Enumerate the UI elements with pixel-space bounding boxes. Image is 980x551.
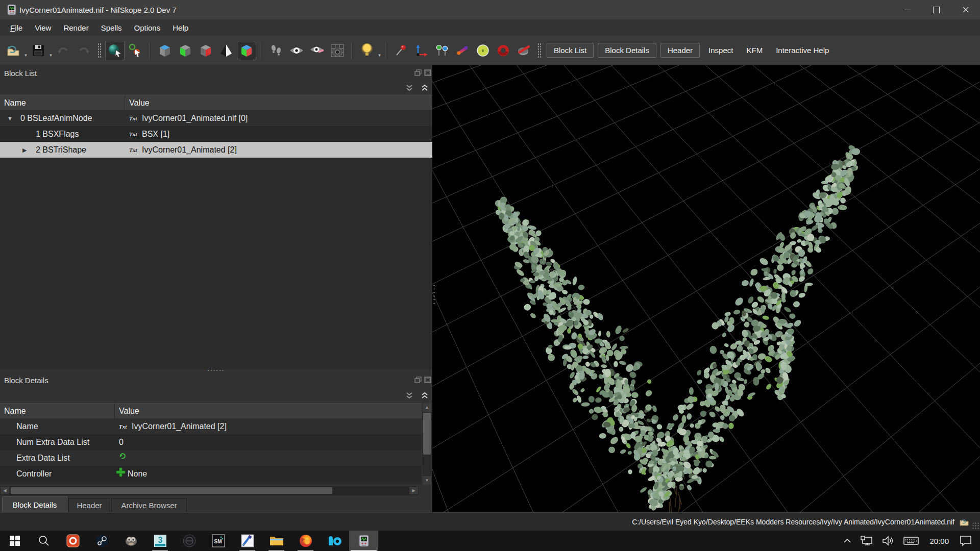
taskbar-icon-orange-o[interactable] bbox=[58, 531, 87, 551]
file-folder-icon[interactable] bbox=[960, 518, 969, 526]
array-refresh-icon[interactable] bbox=[119, 452, 126, 461]
lighting-dropdown-icon[interactable]: ▼ bbox=[377, 41, 382, 60]
table-row[interactable]: ▼ 0 BSLeafAnimNode Txt IvyCorner01_Anima… bbox=[0, 110, 432, 126]
redo-icon[interactable] bbox=[74, 41, 93, 60]
tab-header[interactable]: Header bbox=[68, 498, 110, 512]
taskbar-icon-firefox[interactable] bbox=[291, 531, 320, 551]
wireframe-cube-icon[interactable] bbox=[155, 41, 175, 60]
maximize-button[interactable] bbox=[922, 0, 951, 19]
viewport-splitter-handle[interactable] bbox=[433, 284, 436, 306]
menu-view[interactable]: View bbox=[29, 21, 57, 35]
expand-expander-icon[interactable]: ▶ bbox=[22, 146, 27, 153]
save-dropdown-icon[interactable]: ▼ bbox=[48, 41, 53, 60]
select-pin-icon[interactable] bbox=[391, 41, 411, 60]
menu-options[interactable]: Options bbox=[128, 21, 167, 35]
menu-file[interactable]: File bbox=[4, 21, 29, 35]
table-row[interactable]: Controller None bbox=[0, 466, 422, 482]
column-header-value[interactable]: Value bbox=[115, 404, 432, 419]
taskbar-icon-nifskope[interactable] bbox=[349, 531, 378, 551]
open-dropdown-icon[interactable]: ▼ bbox=[23, 41, 28, 60]
table-row-selected[interactable]: ▶ 2 BSTriShape Txt IvyCorner01_Animated … bbox=[0, 142, 432, 158]
block-details-toggle-button[interactable]: Block Details bbox=[598, 43, 656, 58]
clear-eraser-icon[interactable] bbox=[514, 41, 533, 60]
scroll-right-icon[interactable]: ▶ bbox=[409, 487, 418, 494]
tray-network-icon[interactable] bbox=[856, 531, 877, 551]
table-row[interactable]: 1 BSXFlags Txt BSX [1] bbox=[0, 126, 432, 142]
interactive-help-button[interactable]: Interactive Help bbox=[770, 43, 835, 57]
minimize-button[interactable] bbox=[893, 0, 922, 19]
block-details-collapse-all-icon[interactable] bbox=[405, 392, 414, 399]
tray-keyboard-icon[interactable] bbox=[899, 531, 923, 551]
toolbar-grip[interactable] bbox=[537, 43, 541, 58]
taskbar-icon-sm[interactable]: SM bbox=[204, 531, 233, 551]
table-row[interactable]: Extra Data List bbox=[0, 450, 422, 466]
menu-help[interactable]: Help bbox=[166, 21, 194, 35]
tray-chevron-up-icon[interactable] bbox=[839, 531, 856, 551]
titlebar[interactable]: IvyCorner01Animated.nif - NifSkope 2.0 D… bbox=[0, 0, 980, 19]
column-header-name[interactable]: Name bbox=[0, 404, 115, 419]
block-details-close-icon[interactable] bbox=[424, 376, 431, 383]
scrollbar-thumb[interactable] bbox=[423, 413, 431, 455]
taskbar-icon-gimp[interactable] bbox=[116, 531, 145, 551]
edit-eye-icon[interactable] bbox=[307, 41, 327, 60]
kfm-button[interactable]: KFM bbox=[741, 43, 768, 57]
notification-center-icon[interactable] bbox=[955, 531, 980, 551]
start-button[interactable] bbox=[0, 531, 29, 551]
viewport-canvas[interactable] bbox=[432, 65, 980, 512]
bone-icon[interactable] bbox=[453, 41, 472, 60]
block-list-close-icon[interactable] bbox=[424, 69, 431, 76]
undo-icon[interactable] bbox=[54, 41, 73, 60]
block-list-collapse-all-icon[interactable] bbox=[405, 84, 414, 91]
transform-edit-icon[interactable] bbox=[126, 41, 145, 60]
menu-render[interactable]: Render bbox=[57, 21, 94, 35]
block-details-float-icon[interactable] bbox=[414, 376, 422, 383]
animation-footprints-icon[interactable] bbox=[266, 41, 286, 60]
taskbar-search-icon[interactable] bbox=[29, 531, 58, 551]
taskbar-icon-file-explorer[interactable] bbox=[262, 531, 291, 551]
tab-archive-browser[interactable]: Archive Browser bbox=[111, 498, 187, 512]
collapse-expander-icon[interactable]: ▼ bbox=[7, 115, 13, 121]
lighting-bulb-icon[interactable] bbox=[357, 41, 377, 60]
toolbar-grip[interactable] bbox=[97, 43, 101, 58]
save-file-icon[interactable] bbox=[29, 41, 48, 60]
column-header-value[interactable]: Value bbox=[125, 95, 432, 111]
add-link-plus-icon[interactable] bbox=[115, 467, 126, 479]
textured-cube-icon[interactable] bbox=[237, 41, 256, 60]
shaded-cube-icon[interactable] bbox=[196, 41, 215, 60]
block-list-float-icon[interactable] bbox=[414, 69, 422, 76]
close-button[interactable] bbox=[951, 0, 980, 19]
havok-ring-icon[interactable] bbox=[494, 41, 513, 60]
solid-cube-icon[interactable] bbox=[176, 41, 195, 60]
open-file-icon[interactable] bbox=[4, 41, 23, 60]
header-toggle-button[interactable]: Header bbox=[660, 43, 700, 58]
scroll-down-icon[interactable]: ▼ bbox=[423, 476, 431, 485]
lod-dial-icon[interactable] bbox=[473, 41, 493, 60]
taskbar-icon-blue-shapes[interactable] bbox=[320, 531, 349, 551]
tray-volume-icon[interactable] bbox=[877, 531, 899, 551]
show-hidden-eye-icon[interactable] bbox=[287, 41, 306, 60]
block-details-vertical-scrollbar[interactable]: ▲ ▼ bbox=[422, 403, 432, 485]
screenshot-camera-icon[interactable] bbox=[328, 41, 347, 60]
block-details-horizontal-scrollbar[interactable]: ◀ ▶ bbox=[0, 486, 419, 495]
block-details-expand-all-icon[interactable] bbox=[421, 392, 430, 399]
menu-spells[interactable]: Spells bbox=[95, 21, 128, 35]
smooth-shading-icon[interactable] bbox=[216, 41, 236, 60]
table-row[interactable]: Num Extra Data List 0 bbox=[0, 434, 422, 450]
taskbar-clock[interactable]: 20:00 bbox=[923, 537, 955, 545]
axes-icon[interactable] bbox=[412, 41, 431, 60]
block-list-toggle-button[interactable]: Block List bbox=[547, 43, 594, 58]
inspect-button[interactable]: Inspect bbox=[703, 43, 739, 57]
taskbar-icon-3dsmax[interactable]: 3 bbox=[145, 531, 175, 551]
tab-block-details[interactable]: Block Details bbox=[2, 496, 67, 512]
scroll-up-icon[interactable]: ▲ bbox=[423, 403, 431, 412]
scroll-left-icon[interactable]: ◀ bbox=[1, 487, 9, 494]
taskbar-icon-paint-app[interactable] bbox=[233, 531, 262, 551]
taskbar-icon-dark-disc[interactable] bbox=[175, 531, 204, 551]
resize-grip[interactable] bbox=[972, 522, 979, 529]
panel-splitter-handle[interactable]: ······ bbox=[207, 368, 225, 371]
taskbar-icon-steam[interactable] bbox=[87, 531, 116, 551]
vertex-selection-icon[interactable] bbox=[105, 41, 125, 60]
table-row[interactable]: Name Txt IvyCorner01_Animated [2] bbox=[0, 418, 422, 434]
column-header-name[interactable]: Name bbox=[0, 95, 125, 111]
viewport-3d[interactable] bbox=[432, 65, 980, 512]
